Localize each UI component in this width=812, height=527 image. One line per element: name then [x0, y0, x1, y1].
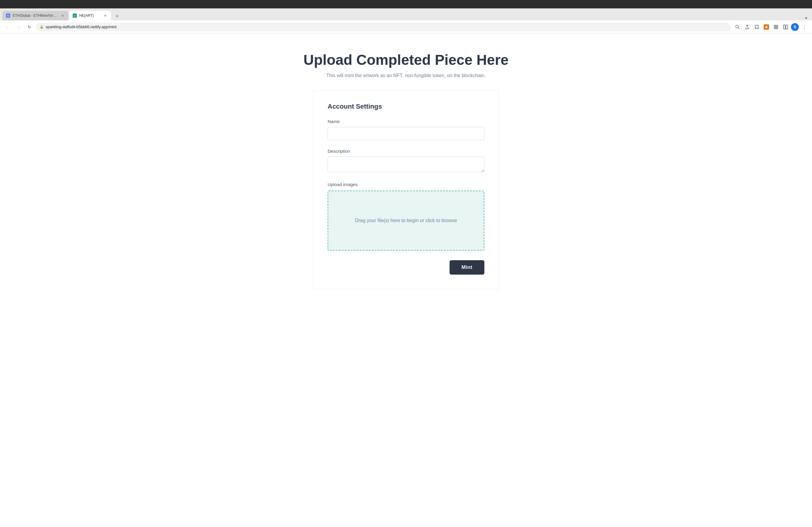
browser-chrome: E ETHGlobal - ETHNewYork 202 ✕ ♦ HE(ART)…: [0, 0, 812, 34]
svg-rect-6: [776, 27, 778, 29]
page-subtitle: This will mint the artwork as an NFT, no…: [327, 73, 486, 78]
browser-nav-bar: ← → ↻ 🔒 sparkling-daffodil-b5bb66.netlif…: [0, 20, 812, 34]
description-form-group: Description: [328, 149, 484, 174]
bookmark-button[interactable]: [753, 23, 761, 31]
lock-icon: 🔒: [40, 25, 44, 29]
bookmark-icon: [754, 25, 759, 29]
forward-button[interactable]: →: [14, 23, 23, 31]
browser-tab-bar: E ETHGlobal - ETHNewYork 202 ✕ ♦ HE(ART)…: [0, 9, 812, 20]
search-button[interactable]: [733, 23, 742, 31]
mint-button[interactable]: Mint: [450, 260, 484, 275]
metamask-extension-button[interactable]: [762, 23, 771, 31]
metamask-icon: [764, 24, 769, 30]
svg-rect-4: [776, 25, 778, 27]
mint-button-row: Mint: [328, 260, 484, 275]
page-content: Upload Completed Piece Here This will mi…: [0, 34, 812, 527]
tab-1-close-button[interactable]: ✕: [60, 13, 65, 18]
tab-scroll-button[interactable]: ▾: [805, 16, 807, 20]
svg-rect-8: [786, 25, 788, 29]
puzzle-icon: [773, 25, 778, 29]
back-button[interactable]: ←: [4, 23, 12, 31]
svg-rect-5: [774, 27, 775, 29]
tab-1-title: ETHGlobal - ETHNewYork 202: [13, 14, 58, 18]
upload-images-group: Upload images Drag your file(s) here to …: [328, 182, 484, 251]
url-text: sparkling-daffodil-b5bb66.netlify.app/mi…: [46, 25, 727, 29]
name-input[interactable]: [328, 127, 484, 140]
name-form-group: Name: [328, 119, 484, 140]
svg-marker-2: [765, 26, 768, 28]
new-tab-button[interactable]: +: [113, 12, 121, 20]
address-bar[interactable]: 🔒 sparkling-daffodil-b5bb66.netlify.app/…: [36, 23, 731, 31]
upload-drop-text: Drag your file(s) here to begin or click…: [355, 216, 457, 225]
share-icon: [745, 25, 750, 29]
form-container: Account Settings Name Description Upload…: [313, 90, 499, 289]
profile-button[interactable]: S: [791, 23, 799, 31]
browser-nav-actions: S ⋮: [733, 23, 808, 31]
description-textarea[interactable]: [328, 157, 484, 172]
tab-2-close-button[interactable]: ✕: [103, 13, 107, 18]
extensions-button[interactable]: [772, 23, 780, 31]
refresh-button[interactable]: ↻: [25, 23, 34, 31]
search-icon: [735, 25, 740, 29]
browser-tab-2[interactable]: ♦ HE(ART) ✕: [69, 11, 111, 20]
description-label: Description: [328, 149, 484, 154]
upload-label: Upload images: [328, 182, 484, 187]
svg-rect-3: [774, 25, 775, 27]
heart-favicon-icon: ♦: [73, 14, 77, 18]
layout-icon: [783, 25, 788, 29]
eth-favicon-icon: E: [6, 14, 10, 18]
name-label: Name: [328, 119, 484, 124]
page-title: Upload Completed Piece Here: [304, 51, 509, 68]
browser-tab-1[interactable]: E ETHGlobal - ETHNewYork 202 ✕: [2, 11, 69, 20]
share-button[interactable]: [743, 23, 751, 31]
tab-bar-right: ▾: [122, 16, 810, 20]
section-title: Account Settings: [328, 103, 484, 110]
upload-dropzone[interactable]: Drag your file(s) here to begin or click…: [328, 191, 484, 251]
layout-button[interactable]: [781, 23, 790, 31]
browser-top-bar: [0, 0, 812, 9]
svg-line-1: [738, 28, 739, 29]
svg-rect-7: [783, 25, 785, 29]
tab-2-title: HE(ART): [79, 14, 100, 18]
more-button[interactable]: ⋮: [800, 23, 808, 31]
